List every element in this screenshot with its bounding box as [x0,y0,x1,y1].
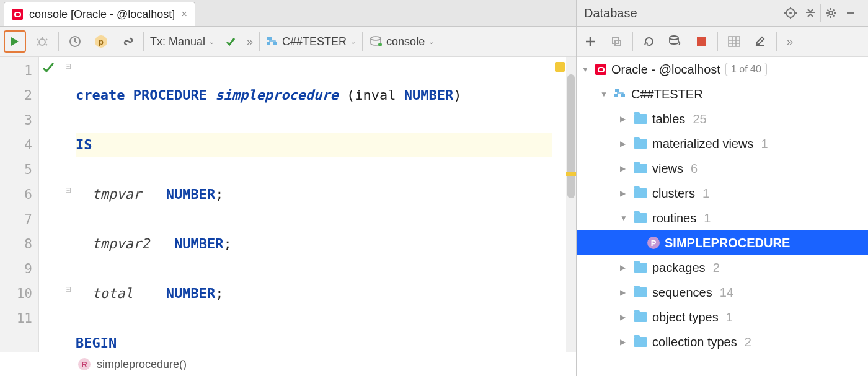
tree-folder-routines[interactable]: ▼routines1 [577,206,868,230]
chevron-down-icon: ⌄ [350,38,356,46]
separator [776,32,777,51]
tree-folder-packages[interactable]: ▶packages2 [577,255,868,280]
debug-button[interactable] [32,32,52,51]
chevron-right-icon[interactable]: ▶ [620,164,629,173]
tree-folder-objtypes[interactable]: ▶object types1 [577,305,868,330]
svg-rect-4 [273,42,277,45]
svg-point-5 [371,37,381,40]
tree-folder-tables[interactable]: ▶tables25 [577,107,868,131]
session-label: console [386,35,425,48]
parameters-button[interactable]: p [91,32,111,51]
run-button[interactable] [4,30,26,53]
fold-icon[interactable]: ⊟ [65,186,71,195]
edit-button[interactable] [750,32,770,51]
stop-button[interactable] [691,32,711,51]
tree-datasource[interactable]: ▼ Oracle - @localhost 1 of 40 [577,57,868,82]
target-icon[interactable] [781,3,800,23]
tree-folder-views[interactable]: ▶views6 [577,156,868,181]
datasource-label: Oracle - @localhost [611,63,720,77]
p-icon: p [95,35,107,48]
warning-marker[interactable] [555,62,565,72]
tree-folder-matviews[interactable]: ▶materialized views1 [577,131,868,156]
svg-rect-14 [697,37,706,46]
filter-button[interactable] [665,32,685,51]
collapse-icon[interactable] [800,3,820,23]
history-button[interactable] [65,32,85,51]
svg-point-8 [789,12,792,14]
vertical-scrollbar[interactable] [566,57,576,352]
settings-button[interactable] [117,32,137,51]
svg-point-6 [378,43,382,46]
chevron-down-icon[interactable]: ▼ [582,65,590,74]
schema-icon [614,88,626,100]
session-dropdown[interactable]: console ⌄ [369,35,434,48]
folder-icon [634,213,647,223]
commit-button[interactable] [221,32,241,51]
tab-title: console [Oracle - @localhost] [29,8,175,21]
separator [717,32,718,51]
chevron-right-icon[interactable]: ▶ [620,288,629,297]
scrollbar-thumb[interactable] [567,74,575,198]
separator [259,32,260,51]
duplicate-button[interactable] [606,32,626,51]
chevron-down-icon[interactable]: ▼ [620,214,629,222]
code-text[interactable]: create PROCEDURE simpleprocedure (inval … [73,57,552,352]
chevron-right-icon[interactable]: ▶ [620,263,629,272]
chevron-down-icon[interactable]: ▼ [600,90,609,98]
more-icon[interactable]: » [783,35,797,48]
svg-point-13 [670,36,678,40]
routine-label: SIMPLEPROCEDURE [665,236,790,250]
svg-rect-10 [847,12,854,14]
add-button[interactable] [580,32,600,51]
folder-icon [634,139,647,149]
editor-tab[interactable]: console [Oracle - @localhost] × [4,2,195,26]
chevron-right-icon[interactable]: ▶ [620,313,629,321]
chevron-right-icon[interactable]: ▶ [620,189,629,198]
close-icon[interactable]: × [181,9,187,20]
tree-folder-colltypes[interactable]: ▶collection types2 [577,330,868,354]
tree-routine-item[interactable]: P SIMPLEPROCEDURE [577,230,868,255]
folder-icon [634,337,647,347]
hide-icon[interactable] [841,3,861,23]
separator [58,32,59,51]
oracle-icon [595,64,606,75]
scroll-marker [566,172,576,176]
fold-icon[interactable]: ⊟ [65,62,71,71]
more-icon[interactable]: » [247,35,253,48]
editor-pane: console [Oracle - @localhost] × p [0,0,577,376]
oracle-icon [12,9,23,20]
gear-icon[interactable] [821,3,841,23]
code-area[interactable]: 1234567891011 ⊟ ⊟ ⊟ create PROCEDURE sim… [0,57,576,352]
svg-rect-3 [267,42,270,45]
refresh-button[interactable] [639,32,659,51]
console-icon [369,36,383,47]
chevron-down-icon: ⌄ [428,38,434,46]
check-icon [42,61,55,74]
chevron-right-icon[interactable]: ▶ [620,115,629,123]
table-button[interactable] [724,32,744,51]
annotation-gutter: ⊟ ⊟ ⊟ [39,57,73,352]
svg-point-9 [829,11,833,15]
folder-icon [634,188,647,198]
separator [362,32,363,51]
chevron-right-icon[interactable]: ▶ [620,139,629,148]
tree-schema[interactable]: ▼ C##TESTER [577,82,868,107]
schema-icon [266,36,278,47]
folder-icon [634,114,647,124]
svg-rect-16 [615,89,619,92]
tree-folder-sequences[interactable]: ▶sequences14 [577,280,868,305]
tx-label: Tx: Manual [150,35,205,48]
fold-icon[interactable]: ⊟ [65,285,71,294]
tx-mode-dropdown[interactable]: Tx: Manual ⌄ [150,35,215,48]
database-tree[interactable]: ▼ Oracle - @localhost 1 of 40 ▼ C##TESTE… [577,57,868,376]
routine-icon: R [78,358,91,370]
marker-column [552,57,566,352]
database-title: Database [584,6,637,20]
line-gutter: 1234567891011 [0,57,39,352]
tree-folder-clusters[interactable]: ▶clusters1 [577,181,868,206]
chevron-right-icon[interactable]: ▶ [620,338,629,346]
schema-label: C##TESTER [631,87,703,102]
breadcrumb-label[interactable]: simpleprocedure() [97,358,187,371]
svg-rect-15 [728,37,740,46]
schema-dropdown[interactable]: C##TESTER ⌄ [266,35,356,48]
